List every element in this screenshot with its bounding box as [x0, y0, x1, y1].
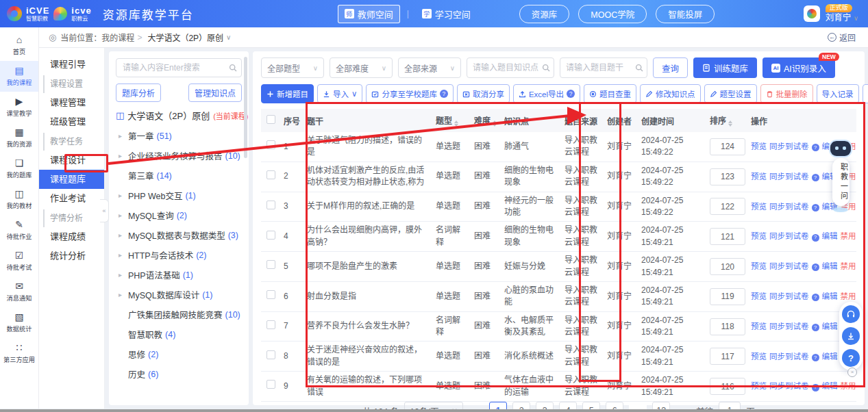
row-checkbox[interactable] — [266, 350, 275, 359]
submenu-course-manage[interactable]: 课程管理 — [39, 93, 104, 112]
preview-link[interactable]: 预览 — [751, 382, 767, 390]
help-icon[interactable]: ? — [812, 324, 819, 331]
preview-link[interactable]: 预览 — [751, 232, 767, 240]
select-all-checkbox[interactable] — [266, 115, 275, 124]
sort-order-input[interactable] — [710, 138, 745, 155]
column-header-difficulty[interactable]: 难度 — [471, 109, 501, 132]
rail-item-third-party-apps[interactable]: ∷ 第三方应用 — [0, 338, 38, 369]
bank-analysis-button[interactable]: 题库分析 — [116, 83, 161, 102]
link-resource-library[interactable]: 资源库 — [519, 5, 570, 23]
question-type-settings-button[interactable]: 题型设置 — [704, 84, 757, 103]
import-button[interactable]: 导入 ∨ — [317, 84, 362, 103]
training-bank-button[interactable]: 训练题库 — [693, 57, 757, 78]
rail-item-data-statistics[interactable]: ▧ 数据统计 — [0, 307, 38, 338]
tree-node[interactable]: 广铁集团接触网技能竞赛(10) — [116, 305, 242, 324]
collapse-toolbar-icon[interactable]: × — [847, 368, 857, 377]
rail-item-my-courses[interactable]: ▤ 我的课程 — [0, 61, 38, 92]
edit-link[interactable]: 编辑 — [822, 322, 838, 331]
customer-service-button[interactable] — [842, 305, 860, 323]
sort-order-input[interactable] — [710, 288, 745, 305]
tree-node[interactable]: 智慧职教(4) — [116, 324, 242, 344]
sync-to-paper-link[interactable]: 同步到试卷 — [769, 172, 809, 181]
query-button[interactable]: 查询 — [653, 57, 688, 78]
disable-link[interactable]: 禁用 — [841, 382, 856, 390]
preview-link[interactable]: 预览 — [751, 172, 767, 181]
edit-knowledge-button[interactable]: 修改知识点 — [640, 84, 701, 103]
column-header-sort[interactable]: 排序 — [706, 109, 747, 132]
row-checkbox[interactable] — [266, 170, 275, 179]
help-icon[interactable]: ? — [812, 354, 819, 361]
knowledge-point-input[interactable] — [467, 57, 554, 78]
tree-node[interactable]: ▸MySQL查询(2) — [116, 205, 242, 225]
tree-node[interactable]: ▸企业经济业务核算与报告(10) — [116, 146, 242, 166]
row-checkbox[interactable] — [266, 320, 275, 329]
download-center-button[interactable] — [842, 327, 860, 345]
preview-link[interactable]: 预览 — [751, 262, 767, 270]
duplicate-check-button[interactable]: 题目查重 — [584, 84, 636, 103]
link-smart-cast[interactable]: 智能投屏 — [656, 5, 715, 23]
sort-order-input[interactable] — [710, 168, 745, 185]
preview-link[interactable]: 预览 — [751, 292, 767, 300]
submenu-statistics-analysis[interactable]: 统计分析 — [39, 246, 104, 266]
sync-to-paper-link[interactable]: 同步到试卷 — [769, 382, 809, 390]
row-checkbox[interactable] — [266, 201, 275, 209]
assistant-label[interactable]: 职教一问 — [832, 158, 850, 206]
tree-node[interactable]: 第三章(14) — [116, 166, 242, 185]
add-question-button[interactable]: 新增题目 — [261, 84, 314, 103]
submenu-homework-exam[interactable]: 作业考试 — [39, 189, 104, 208]
rail-item-my-question-bank[interactable]: ❏ 我的题库 — [0, 153, 38, 184]
sync-to-paper-link[interactable]: 同步到试卷 — [769, 292, 809, 300]
breadcrumb-current-course[interactable]: 大学语文（2P）原创 — [147, 31, 223, 43]
disable-link[interactable]: 禁用 — [841, 292, 856, 300]
question-type-select[interactable]: 全部题型∨ — [261, 57, 324, 78]
row-checkbox[interactable] — [266, 260, 275, 269]
sort-order-input[interactable] — [710, 318, 745, 335]
tree-search-input[interactable] — [116, 58, 242, 77]
tree-node[interactable]: ▸MySQL数据库设计(1) — [116, 285, 242, 305]
submenu-course-scores[interactable]: 课程成绩 — [39, 227, 104, 246]
tree-node[interactable]: ▸第一章(51) — [116, 126, 242, 146]
sort-order-input[interactable] — [710, 198, 745, 215]
excel-export-button[interactable]: Excel导出 ? — [513, 84, 580, 103]
help-icon[interactable]: ? — [812, 263, 819, 271]
edit-link[interactable]: 编辑 — [822, 292, 838, 300]
cancel-share-button[interactable]: 取消分享 — [457, 84, 510, 103]
edit-link[interactable]: 编辑 — [822, 232, 838, 240]
link-mooc-academy[interactable]: MOOC学院 — [578, 5, 647, 23]
user-avatar[interactable] — [804, 5, 820, 22]
share-to-school-button[interactable]: 分享至学校题库 ? — [366, 84, 454, 103]
edit-link[interactable]: 编辑 — [822, 352, 838, 361]
sort-order-input[interactable] — [710, 348, 745, 365]
nav-teacher-space[interactable]: 师 教师空间 — [338, 5, 400, 23]
import-log-button[interactable]: 导入记录 — [817, 84, 859, 103]
sync-to-paper-link[interactable]: 同步到试卷 — [769, 262, 809, 270]
submenu-course-question-bank[interactable]: 课程题库 — [39, 170, 104, 189]
help-icon[interactable]: ? — [812, 234, 819, 242]
sort-order-input[interactable] — [710, 258, 745, 275]
sort-icon[interactable] — [454, 120, 458, 127]
tree-root-course[interactable]: ◫ 大学语文（2P）原创 (当前课程) — [116, 109, 242, 122]
edit-link[interactable]: 编辑 — [822, 382, 838, 390]
row-checkbox[interactable] — [266, 380, 275, 389]
sync-to-paper-link[interactable]: 同步到试卷 — [769, 232, 809, 240]
collapse-panel-handle[interactable]: « — [100, 199, 109, 222]
rail-item-classroom-teaching[interactable]: ▶ 课堂教学 — [0, 92, 38, 123]
sort-order-input[interactable] — [710, 378, 745, 395]
help-icon[interactable]: ? — [812, 384, 819, 391]
rail-item-pending-exams[interactable]: ☑ 待批考试 — [0, 246, 38, 276]
sync-to-paper-link[interactable]: 同步到试卷 — [769, 142, 809, 151]
rail-item-home[interactable]: ⌂ 首页 — [0, 30, 38, 61]
sync-to-paper-link[interactable]: 同步到试卷 — [769, 322, 809, 331]
rail-item-pending-homework[interactable]: ✎ 待批作业 — [0, 215, 38, 246]
help-center-button[interactable]: ? — [842, 349, 860, 367]
preview-link[interactable]: 预览 — [751, 322, 767, 331]
tree-node[interactable]: ▸PHP语法基础(1) — [116, 265, 242, 285]
tree-node[interactable]: ▸HTTP与会话技术(2) — [116, 245, 242, 265]
help-icon[interactable]: ? — [567, 90, 575, 98]
help-icon[interactable]: ? — [812, 294, 819, 301]
preview-link[interactable]: 预览 — [751, 352, 767, 361]
edit-link[interactable]: 编辑 — [822, 262, 838, 270]
source-select[interactable]: 全部来源∨ — [398, 57, 461, 78]
rail-item-my-resources[interactable]: ▦ 我的资源 — [0, 123, 38, 153]
preview-link[interactable]: 预览 — [751, 142, 767, 151]
